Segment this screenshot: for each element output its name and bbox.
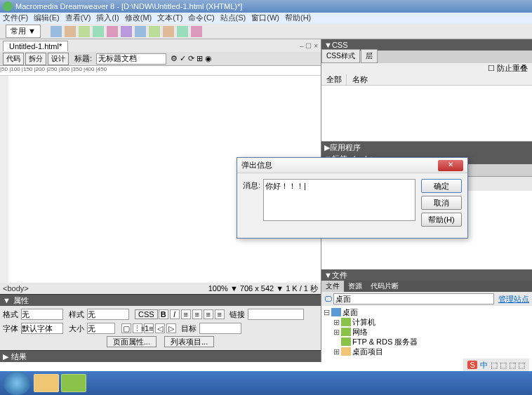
ime-mode[interactable]: 中 [480, 360, 488, 370]
doc-window-controls[interactable]: – ☐ × [300, 42, 318, 50]
app-logo-icon [3, 1, 13, 11]
tray-icons[interactable]: ⬚ ⬚ ⬚ ⬚ [491, 361, 525, 370]
align-right-icon[interactable]: ≡ [204, 309, 213, 319]
app-panel-header[interactable]: ▶ 应用程序 [321, 142, 532, 153]
align-center-icon[interactable]: ≡ [192, 309, 202, 319]
css-list[interactable] [321, 86, 532, 142]
bold-button[interactable]: B [159, 309, 168, 319]
dialog-close-button[interactable]: ✕ [438, 160, 463, 171]
italic-button[interactable]: I [170, 309, 180, 319]
tag-selector[interactable]: <body> [3, 284, 29, 293]
expand-icon[interactable]: ▶ [3, 352, 8, 361]
snippets-tab[interactable]: 代码片断 [366, 281, 403, 292]
font-select[interactable]: 默认字体 [21, 323, 63, 334]
media-icon[interactable] [135, 26, 146, 37]
tree-item[interactable]: ⊞计算机 [323, 317, 531, 327]
col-name[interactable]: 名称 [347, 74, 368, 85]
style-label: 样式 [69, 309, 84, 320]
target-label: 目标 [181, 323, 197, 334]
list-item-button[interactable]: 列表项目... [164, 336, 214, 347]
title-label: 标题: [74, 53, 92, 64]
results-panel: ▶结果 [0, 350, 321, 362]
ime-icon[interactable]: S [467, 361, 477, 369]
link-label: 链接 [230, 309, 245, 320]
design-view-button[interactable]: 设计 [48, 53, 69, 65]
document-tabs: Untitled-1.html* – ☐ × [0, 39, 321, 52]
date-icon[interactable] [149, 26, 160, 37]
windows-taskbar [0, 371, 532, 395]
help-button[interactable]: 帮助(H) [421, 213, 462, 227]
insert-toolbar: 常用 ▼ [0, 24, 532, 39]
tree-item[interactable]: FTP & RDS 服务器 [323, 337, 531, 347]
link-input[interactable] [248, 309, 304, 320]
col-all[interactable]: 全部 [321, 74, 347, 85]
category-dropdown[interactable]: 常用 ▼ [6, 25, 41, 38]
hyperlink-icon[interactable] [51, 26, 62, 37]
location-select[interactable]: 桌面 [333, 293, 494, 304]
file-tree[interactable]: ⊟桌面⊞计算机⊞网络FTP & RDS 服务器⊞桌面项目 [321, 306, 532, 362]
list-ul-icon[interactable]: ⋮≡ [133, 323, 142, 333]
window-title: Macromedia Dreamweaver 8 - [D:\NDW\Untit… [15, 2, 242, 11]
email-icon[interactable] [65, 26, 76, 37]
panel-title: 结果 [11, 352, 27, 362]
tree-item[interactable]: ⊞桌面项目 [323, 347, 531, 356]
code-view-button[interactable]: 代码 [3, 53, 24, 65]
document-tab[interactable]: Untitled-1.html* [3, 41, 68, 51]
target-select[interactable] [199, 323, 241, 334]
anchor-icon[interactable] [79, 26, 90, 37]
status-bar: <body> 100% ▼ 706 x 542 ▼ 1 K / 1 秒 [0, 283, 321, 294]
menu-edit[interactable]: 编辑(E) [34, 13, 60, 24]
doc-tool-icons[interactable]: ⚙ ✓ ⟳ ⊞ ◉ [171, 54, 212, 63]
tree-item[interactable]: ⊞网络 [323, 327, 531, 337]
templates-icon[interactable] [177, 26, 188, 37]
split-view-button[interactable]: 拆分 [25, 53, 46, 65]
menu-text[interactable]: 文本(T) [157, 13, 182, 24]
title-input[interactable] [96, 53, 166, 65]
menu-help[interactable]: 帮助(H) [285, 13, 311, 24]
comment-icon[interactable] [163, 26, 174, 37]
status-info[interactable]: 100% ▼ 706 x 542 ▼ 1 K / 1 秒 [208, 283, 318, 294]
manage-sites-link[interactable]: 管理站点 [498, 294, 529, 304]
list-ol-icon[interactable]: 1≡ [144, 323, 154, 333]
properties-panel: ▼属性 格式 无 样式 无 CSS B I ≡ ≡ ≡ ≡ 链接 [0, 294, 321, 350]
start-button[interactable] [3, 371, 31, 395]
menu-view[interactable]: 查看(V) [65, 13, 91, 24]
menu-insert[interactable]: 插入(I) [96, 13, 119, 24]
desktop-icon: 🖵 [324, 295, 332, 303]
files-panel-header[interactable]: ▼ 文件 [321, 269, 532, 281]
message-textarea[interactable]: 你好！！！| [263, 179, 415, 221]
cancel-button[interactable]: 取消 [421, 196, 462, 210]
taskbar-explorer[interactable] [34, 374, 59, 392]
no-overlap-checkbox[interactable]: ☐ 防止重叠 [488, 64, 528, 72]
menu-window[interactable]: 窗口(W) [251, 13, 279, 24]
align-justify-icon[interactable]: ≡ [215, 309, 225, 319]
div-icon[interactable] [121, 26, 132, 37]
indent-icon[interactable]: ▷ [166, 323, 176, 333]
menu-file[interactable]: 文件(F) [3, 13, 28, 24]
align-left-icon[interactable]: ≡ [181, 309, 191, 319]
horizontal-ruler: |50 |100 |150 |200 |250 |300 |350 |400 |… [0, 66, 321, 76]
menu-site[interactable]: 站点(S) [220, 13, 246, 24]
menu-commands[interactable]: 命令(C) [188, 13, 214, 24]
outdent-icon[interactable]: ◁ [155, 323, 165, 333]
color-picker[interactable]: ▢ [121, 323, 131, 333]
tag-icon[interactable] [191, 26, 202, 37]
files-tab[interactable]: 文件 [321, 281, 344, 292]
tree-item[interactable]: ⊟桌面 [323, 307, 531, 317]
size-select[interactable]: 无 [87, 323, 115, 334]
image-icon[interactable] [107, 26, 118, 37]
table-icon[interactable] [93, 26, 104, 37]
css-button[interactable]: CSS [135, 309, 158, 319]
css-styles-tab[interactable]: CSS样式 [321, 49, 360, 63]
layers-tab[interactable]: 层 [361, 49, 378, 63]
document-toolbar: 代码 拆分 设计 标题: ⚙ ✓ ⟳ ⊞ ◉ [0, 52, 321, 66]
style-select[interactable]: 无 [87, 309, 129, 320]
menu-modify[interactable]: 修改(M) [125, 13, 152, 24]
collapse-icon[interactable]: ▼ [3, 296, 11, 304]
ok-button[interactable]: 确定 [421, 179, 462, 193]
taskbar-dreamweaver[interactable] [61, 374, 86, 392]
format-select[interactable]: 无 [21, 309, 63, 320]
dialog-title: 弹出信息 [241, 160, 272, 170]
assets-tab[interactable]: 资源 [344, 281, 366, 292]
page-properties-button[interactable]: 页面属性... [107, 336, 157, 347]
